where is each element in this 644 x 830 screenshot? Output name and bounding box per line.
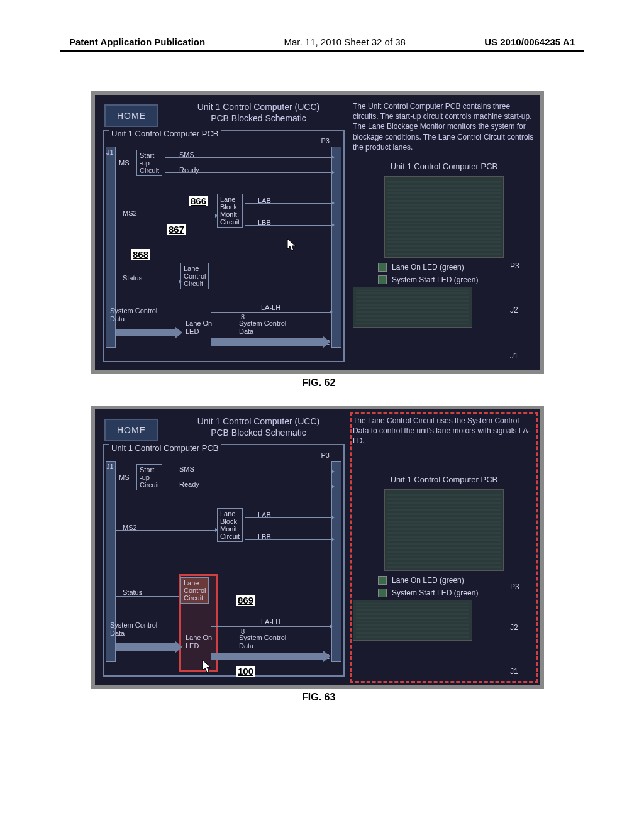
pcb-image-bottom <box>353 287 472 328</box>
title-line-2: PCB Blocked Schematic <box>189 113 328 124</box>
label-status: Status <box>123 589 142 596</box>
led-system-start: System Start LED (green) <box>378 275 535 284</box>
annot-j1: J1 <box>510 667 518 676</box>
big-arrow-out <box>211 653 324 660</box>
figure-62-panel: HOME Unit 1 Control Computer (UCC) PCB B… <box>91 91 544 374</box>
arrow-ms2 <box>116 530 216 531</box>
home-button[interactable]: HOME <box>104 104 158 127</box>
right-column: The Unit Control Computer PCB contains t… <box>353 101 535 325</box>
label-sys-ctrl-data2: System Control Data <box>239 634 286 650</box>
label-la-lh: LA-LH <box>261 618 280 626</box>
fig-62-label: FIG. 62 <box>302 377 335 389</box>
home-button[interactable]: HOME <box>104 419 158 441</box>
arrow-lbb <box>245 540 332 540</box>
ref-868: 868 <box>131 249 150 260</box>
led-lane-on-label: Lane On LED (green) <box>392 263 464 272</box>
label-ms: MS <box>119 473 130 481</box>
big-arrow-in <box>116 643 176 651</box>
header-center: Mar. 11, 2010 Sheet 32 of 38 <box>284 36 405 47</box>
title-line-1: Unit 1 Control Computer (UCC) <box>189 416 328 427</box>
label-sys-ctrl-data2: System Control Data <box>239 319 286 336</box>
arrow-la-lh <box>211 312 330 313</box>
lane-block-box: Lane Block Monit. Circuit <box>217 194 243 228</box>
arrow-status <box>116 282 179 282</box>
header-left: Patent Application Publication <box>69 36 205 47</box>
label-ms: MS <box>119 159 130 167</box>
pcb-schematic-box: Unit 1 Control Computer PCB J1 P3 J2 MS … <box>103 444 345 677</box>
ref-866: 866 <box>189 196 208 206</box>
arrow-sms <box>165 472 332 472</box>
led-lane-on-label: Lane On LED (green) <box>392 576 464 585</box>
pcb-image-top <box>384 489 504 571</box>
led-system-start-label: System Start LED (green) <box>392 275 478 284</box>
fig-63-label: FIG. 63 <box>302 692 335 703</box>
header-right: US 2010/0064235 A1 <box>484 36 575 47</box>
arrow-la-lh <box>211 626 330 627</box>
ref-100: 100 <box>236 666 255 677</box>
annot-j2: J2 <box>510 623 518 632</box>
arrow-sms <box>165 157 332 158</box>
annot-p3: P3 <box>510 262 519 270</box>
arrow-lbb <box>245 225 332 226</box>
connector-p3-j2 <box>331 461 341 662</box>
lane-control-box: Lane Control Circuit <box>180 263 209 289</box>
annot-p3: P3 <box>510 582 519 591</box>
label-lane-on-led: Lane On LED <box>186 634 212 650</box>
arrow-lab <box>245 517 332 518</box>
description-text: The Unit Control Computer PCB contains t… <box>353 101 535 152</box>
arrow-lab <box>245 203 332 204</box>
label-la-lh: LA-LH <box>261 304 280 311</box>
label-sys-ctrl-data: System Control Data <box>110 621 157 638</box>
figure-63-panel: HOME Unit 1 Control Computer (UCC) PCB B… <box>91 406 544 689</box>
label-p3: P3 <box>321 451 330 459</box>
label-status: Status <box>123 274 142 282</box>
led-system-start-label: System Start LED (green) <box>392 589 478 597</box>
annot-j1: J1 <box>510 351 518 360</box>
ref-867: 867 <box>167 224 186 235</box>
arrow-ready <box>165 487 332 487</box>
big-arrow-in <box>116 329 176 336</box>
description-text: The Lane Control Circuit uses the System… <box>353 416 535 446</box>
header-divider <box>60 50 584 52</box>
label-lane-on-led: Lane On LED <box>186 319 212 336</box>
annot-j2: J2 <box>510 306 518 314</box>
panel-title: Unit 1 Control Computer (UCC) PCB Blocke… <box>189 101 328 124</box>
pcb-box-title: Unit 1 Control Computer PCB <box>109 129 221 138</box>
arrow-ms2 <box>116 216 216 216</box>
arrow-ready <box>165 172 332 173</box>
startup-circuit-box: Start -up Circuit <box>136 150 162 176</box>
label-sys-ctrl-data: System Control Data <box>110 307 157 323</box>
lane-control-box: Lane Control Circuit <box>180 577 209 604</box>
title-line-1: Unit 1 Control Computer (UCC) <box>189 101 328 113</box>
arrow-status <box>116 596 179 597</box>
pcb-box-title: Unit 1 Control Computer PCB <box>109 443 221 453</box>
pcb-image-title: Unit 1 Control Computer PCB <box>353 162 535 171</box>
right-column: The Lane Control Circuit uses the System… <box>353 416 535 638</box>
label-j1: J1 <box>106 148 114 156</box>
pcb-image-top <box>384 176 504 258</box>
label-p3: P3 <box>321 137 330 145</box>
connector-p3-j2 <box>331 147 341 348</box>
lane-block-box: Lane Block Monit. Circuit <box>217 508 243 542</box>
ref-869: 869 <box>236 595 255 606</box>
panel-title: Unit 1 Control Computer (UCC) PCB Blocke… <box>189 416 328 438</box>
title-line-2: PCB Blocked Schematic <box>189 427 328 438</box>
pcb-image-bottom <box>353 600 472 641</box>
big-arrow-out <box>211 338 324 346</box>
label-j1: J1 <box>106 463 114 470</box>
startup-circuit-box: Start -up Circuit <box>136 464 162 490</box>
pcb-image-title: Unit 1 Control Computer PCB <box>353 475 535 484</box>
pcb-schematic-box: Unit 1 Control Computer PCB J1 P3 J2 MS … <box>103 130 345 362</box>
